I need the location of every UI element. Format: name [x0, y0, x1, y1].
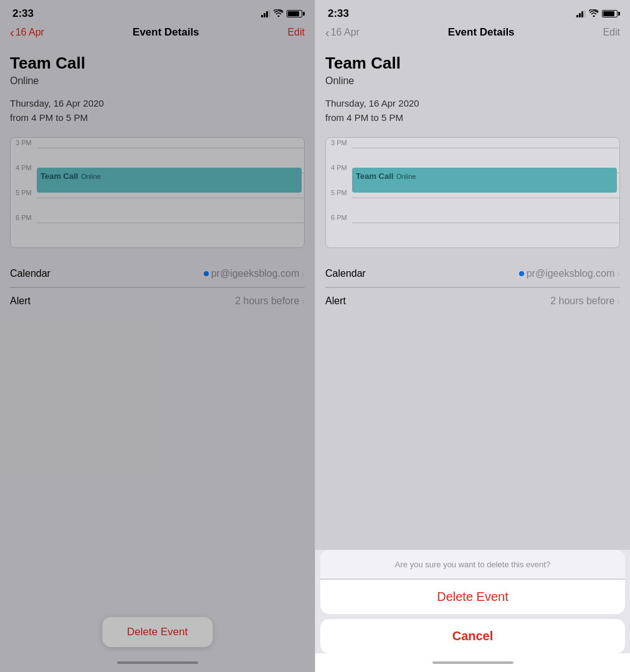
status-icons-left — [261, 9, 302, 19]
nav-bar-left: ‹ 16 Apr Event Details Edit — [0, 24, 315, 44]
cancel-text: Cancel — [452, 629, 494, 643]
action-sheet-overlay: Are you sure you want to delete this eve… — [315, 0, 630, 672]
status-time-left: 2:33 — [12, 7, 34, 20]
alert-label-left: Alert — [10, 295, 66, 307]
nav-back-left[interactable]: ‹ 16 Apr — [10, 26, 44, 39]
time-3pm-left: 3 PM — [11, 139, 37, 146]
battery-icon-left — [287, 10, 302, 17]
calendar-dot-left — [204, 271, 209, 276]
event-block-location-left: Online — [81, 173, 101, 180]
left-panel: 2:33 ‹ 16 Apr — [0, 0, 315, 672]
alert-row-left[interactable]: Alert 2 hours before › — [10, 288, 305, 314]
alert-time-left: 2 hours before — [235, 295, 299, 307]
delete-event-button[interactable]: Delete Event — [320, 579, 625, 614]
home-indicator-left — [0, 653, 315, 672]
event-block-left: Team Call Online — [37, 168, 302, 193]
calendar-label-left: Calendar — [10, 268, 66, 279]
event-location-left: Online — [10, 75, 305, 87]
time-4pm-left: 4 PM — [11, 164, 37, 171]
wifi-icon-left — [274, 9, 284, 19]
event-date-left: Thursday, 16 Apr 2020 from 4 PM to 5 PM — [10, 97, 305, 125]
status-bar-left: 2:33 — [0, 0, 315, 24]
home-bar-right — [432, 661, 513, 664]
action-sheet-message-text: Are you sure you want to delete this eve… — [395, 560, 550, 569]
event-block-title-left: Team Call — [41, 171, 78, 181]
time-6pm-left: 6 PM — [11, 214, 37, 221]
chevron-right-calendar-left: › — [302, 269, 305, 279]
chevron-left-icon-left: ‹ — [10, 26, 14, 39]
nav-title-left: Event Details — [133, 26, 199, 39]
right-panel: 2:33 ‹ 16 Apr — [315, 0, 630, 672]
event-date-line1-left: Thursday, 16 Apr 2020 — [10, 98, 104, 108]
event-title-left: Team Call — [10, 54, 305, 73]
action-sheet-message: Are you sure you want to delete this eve… — [320, 550, 625, 579]
home-bar-left — [117, 661, 198, 664]
alert-value-left: 2 hours before › — [66, 295, 305, 307]
calendar-row-left[interactable]: Calendar pr@igeeksblog.com › — [10, 261, 305, 287]
chevron-right-alert-left: › — [302, 296, 305, 306]
action-sheet-group: Are you sure you want to delete this eve… — [320, 550, 625, 614]
calendar-email-left: pr@igeeksblog.com — [211, 268, 300, 279]
content-left: Team Call Online Thursday, 16 Apr 2020 f… — [0, 44, 315, 653]
delete-button-text-left: Delete Event — [127, 626, 188, 638]
overlay-dim — [315, 0, 630, 550]
nav-back-date-left: 16 Apr — [16, 27, 44, 38]
signal-icon-left — [261, 10, 270, 17]
calendar-view-left: 3 PM 4 PM 5 PM 6 PM — [10, 137, 305, 248]
delete-event-text: Delete Event — [437, 590, 508, 603]
calendar-value-left: pr@igeeksblog.com › — [66, 268, 305, 279]
time-5pm-left: 5 PM — [11, 189, 37, 196]
cancel-button[interactable]: Cancel — [320, 619, 625, 653]
event-date-line2-left: from 4 PM to 5 PM — [10, 112, 88, 123]
nav-edit-left[interactable]: Edit — [287, 27, 305, 38]
home-indicator-right — [315, 653, 630, 672]
delete-button-left[interactable]: Delete Event — [102, 617, 212, 647]
